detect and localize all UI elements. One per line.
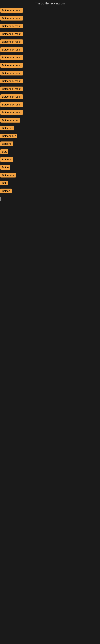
bottleneck-result-badge[interactable]: Bott xyxy=(0,149,8,154)
site-title: TheBottlenecker.com xyxy=(0,0,100,7)
bottleneck-result-badge[interactable]: Bot xyxy=(0,181,8,185)
list-item: Bottlen xyxy=(0,187,100,195)
bottleneck-result-badge[interactable]: Bottleneck xyxy=(0,173,16,178)
bottleneck-result-badge[interactable]: Bottleneck result xyxy=(0,16,23,20)
bottleneck-result-badge[interactable]: Bottleneck result xyxy=(0,40,23,44)
bottleneck-result-badge[interactable]: Bottleneck result xyxy=(0,47,23,52)
list-item: Bottleneck result xyxy=(0,30,100,38)
list-item: Bot xyxy=(0,180,100,187)
bottleneck-result-badge[interactable]: Bottleneck r xyxy=(0,134,17,138)
items-container: Bottleneck resultBottleneck resultBottle… xyxy=(0,7,100,195)
list-item: Bottleneck result xyxy=(0,109,100,117)
list-item: Bottle xyxy=(0,164,100,172)
list-item: Bottleneck result xyxy=(0,46,100,54)
cursor-indicator xyxy=(0,197,1,201)
list-item: Bottleneck res xyxy=(0,117,100,124)
list-item: Bottlene xyxy=(0,156,100,164)
bottleneck-result-badge[interactable]: Bottleneck result xyxy=(0,94,23,99)
list-item: Bottlenec xyxy=(0,124,100,132)
bottleneck-result-badge[interactable]: Bottleneck result xyxy=(0,55,23,60)
list-item: Bottleneck result xyxy=(0,78,100,85)
list-item: Bottleneck result xyxy=(0,70,100,78)
bottleneck-result-badge[interactable]: Bottleneck result xyxy=(0,24,23,28)
list-item: Bottleneck result xyxy=(0,85,100,93)
bottleneck-result-badge[interactable]: Bottleneck result xyxy=(0,102,23,107)
list-item: Bottleneck result xyxy=(0,15,100,22)
list-item: Bottleneck result xyxy=(0,38,100,46)
bottleneck-result-badge[interactable]: Bottle xyxy=(0,165,10,170)
list-item: Bott xyxy=(0,148,100,156)
list-item: Bottleneck result xyxy=(0,62,100,70)
bottleneck-result-badge[interactable]: Bottleneck result xyxy=(0,32,23,36)
bottleneck-result-badge[interactable]: Bottleneck res xyxy=(0,118,20,122)
list-item: Bottlene xyxy=(0,140,100,148)
bottleneck-result-badge[interactable]: Bottlene xyxy=(0,142,13,146)
bottleneck-result-badge[interactable]: Bottleneck result xyxy=(0,79,23,83)
list-item: Bottleneck result xyxy=(0,101,100,109)
list-item: Bottleneck result xyxy=(0,22,100,30)
bottleneck-result-badge[interactable]: Bottleneck result xyxy=(0,71,23,76)
bottleneck-result-badge[interactable]: Bottlenec xyxy=(0,126,14,130)
list-item: Bottleneck r xyxy=(0,132,100,140)
site-header: TheBottlenecker.com xyxy=(0,0,100,7)
bottleneck-result-badge[interactable]: Bottleneck result xyxy=(0,8,23,13)
bottleneck-result-badge[interactable]: Bottlene xyxy=(0,157,13,162)
bottleneck-result-badge[interactable]: Bottlen xyxy=(0,188,12,193)
list-item: Bottleneck xyxy=(0,172,100,180)
list-item: Bottleneck result xyxy=(0,7,100,15)
bottleneck-result-badge[interactable]: Bottleneck result xyxy=(0,110,23,115)
bottleneck-result-badge[interactable]: Bottleneck result xyxy=(0,63,23,68)
list-item: Bottleneck result xyxy=(0,54,100,62)
list-item: Bottleneck result xyxy=(0,93,100,101)
bottleneck-result-badge[interactable]: Bottleneck result xyxy=(0,86,23,91)
